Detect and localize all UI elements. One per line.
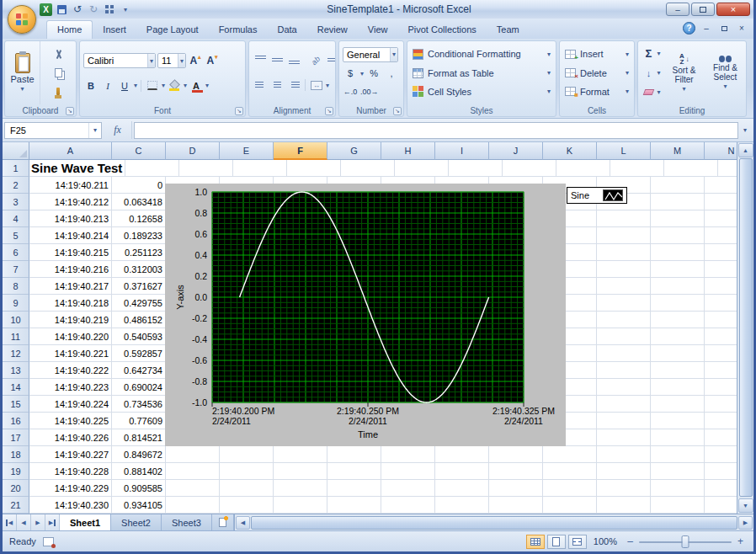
cell-N1[interactable]: [718, 160, 737, 177]
cell-L5[interactable]: [597, 227, 651, 244]
cell-M3[interactable]: [651, 194, 705, 210]
row-header-14[interactable]: 14: [3, 379, 29, 396]
cell-A12[interactable]: 14:19:40.221: [29, 345, 112, 362]
cell-A3[interactable]: 14:19:40.212: [29, 194, 112, 210]
close-button[interactable]: ×: [716, 3, 750, 16]
comma-style-button[interactable]: ,: [384, 67, 399, 81]
cell-A8[interactable]: 14:19:40.217: [29, 278, 112, 295]
cell-A18[interactable]: 14:19:40.227: [29, 446, 112, 463]
scroll-up-icon[interactable]: ▲: [738, 143, 753, 157]
column-header-C[interactable]: C: [112, 142, 166, 160]
cell-F20[interactable]: [274, 480, 327, 497]
cell-N15[interactable]: [705, 396, 737, 413]
cell-C8[interactable]: 0.371627: [112, 278, 166, 295]
accounting-dropdown-icon[interactable]: ▾: [360, 70, 364, 77]
cell-L13[interactable]: [597, 362, 651, 379]
cell-L7[interactable]: [597, 261, 651, 278]
insert-function-button[interactable]: fx: [104, 121, 132, 139]
cell-K20[interactable]: [543, 480, 597, 497]
zoom-out-button[interactable]: –: [624, 535, 636, 548]
cell-F18[interactable]: [274, 446, 327, 463]
row-header-12[interactable]: 12: [3, 345, 29, 362]
sort-filter-button[interactable]: AZ↓ Sort & Filter ▾: [663, 41, 705, 104]
cell-D18[interactable]: [166, 446, 220, 463]
cell-I1[interactable]: [449, 160, 503, 177]
cell-C1[interactable]: [125, 160, 179, 177]
align-right-button[interactable]: [286, 78, 301, 93]
cell-J20[interactable]: [489, 480, 543, 497]
cell-A19[interactable]: 14:19:40.228: [29, 463, 112, 480]
cell-N17[interactable]: [705, 429, 737, 446]
row-header-18[interactable]: 18: [3, 446, 29, 463]
wrap-text-button[interactable]: [325, 53, 336, 67]
font-size-select[interactable]: 11▾: [157, 53, 186, 68]
quick-print-button[interactable]: [103, 3, 116, 16]
shrink-font-button[interactable]: A▾: [205, 54, 220, 68]
fill-color-dropdown-icon[interactable]: ▾: [184, 82, 187, 89]
cell-C13[interactable]: 0.642734: [112, 362, 166, 379]
sine-wave-chart[interactable]: Y-axis 1.00.80.60.40.20.0-0.2-0.4-0.6-0.…: [165, 184, 566, 446]
cell-C4[interactable]: 0.12658: [112, 210, 166, 227]
borders-button[interactable]: [145, 78, 160, 93]
cell-G20[interactable]: [327, 480, 381, 497]
cell-A7[interactable]: 14:19:40.216: [29, 261, 112, 278]
row-header-19[interactable]: 19: [3, 463, 29, 480]
increase-decimal-button[interactable]: ←.0: [343, 84, 358, 99]
row-header-21[interactable]: 21: [3, 497, 29, 514]
formula-input[interactable]: [134, 122, 738, 139]
help-icon[interactable]: ?: [683, 22, 695, 35]
row-header-7[interactable]: 7: [3, 261, 29, 278]
cell-A20[interactable]: 14:19:40.229: [29, 480, 112, 497]
ribbon-tab-review[interactable]: Review: [307, 21, 358, 39]
format-as-table-button[interactable]: Format as Table ▾: [411, 66, 552, 81]
cell-H19[interactable]: [381, 463, 435, 480]
delete-cells-button[interactable]: × Delete ▾: [563, 66, 631, 81]
accounting-format-button[interactable]: $: [343, 67, 358, 81]
cell-F1[interactable]: [287, 160, 341, 177]
paste-dropdown-icon[interactable]: ▾: [20, 85, 24, 93]
cell-E19[interactable]: [220, 463, 274, 480]
cell-M18[interactable]: [651, 446, 705, 463]
italic-button[interactable]: I: [100, 78, 115, 93]
merge-dropdown-icon[interactable]: ▾: [326, 82, 329, 89]
cell-I20[interactable]: [435, 480, 489, 497]
cell-C20[interactable]: 0.909585: [112, 480, 166, 497]
name-box[interactable]: F25 ▾: [4, 122, 102, 139]
zoom-slider-thumb[interactable]: [682, 535, 689, 548]
align-middle-button[interactable]: [269, 53, 285, 67]
cell-H21[interactable]: [381, 497, 435, 514]
cell-N5[interactable]: [705, 227, 737, 244]
row-header-3[interactable]: 3: [3, 194, 29, 210]
cell-M15[interactable]: [651, 396, 705, 413]
cell-L1[interactable]: [610, 160, 664, 177]
first-sheet-button[interactable]: ◀: [3, 514, 17, 530]
cell-H20[interactable]: [381, 480, 435, 497]
cell-M13[interactable]: [651, 362, 705, 379]
next-sheet-button[interactable]: ▶: [31, 514, 45, 530]
cell-E1[interactable]: [233, 160, 287, 177]
cell-M6[interactable]: [651, 244, 705, 261]
workbook-minimize-button[interactable]: –: [700, 23, 713, 35]
cell-E18[interactable]: [220, 446, 274, 463]
cell-A21[interactable]: 14:19:40.230: [29, 497, 112, 514]
cell-D19[interactable]: [166, 463, 220, 480]
cell-D1[interactable]: [179, 160, 233, 177]
cell-N8[interactable]: [705, 278, 737, 295]
align-left-button[interactable]: [253, 78, 268, 93]
font-color-button[interactable]: A: [189, 78, 204, 93]
scroll-right-icon[interactable]: ▶: [738, 516, 753, 530]
cell-L15[interactable]: [597, 396, 651, 413]
row-header-5[interactable]: 5: [3, 227, 29, 244]
cell-C21[interactable]: 0.934105: [112, 497, 166, 514]
paste-button[interactable]: Paste ▾: [5, 41, 40, 104]
cell-F19[interactable]: [274, 463, 327, 480]
minimize-button[interactable]: –: [666, 3, 689, 16]
cell-N12[interactable]: [705, 345, 737, 362]
cell-M2[interactable]: [651, 177, 705, 194]
column-header-K[interactable]: K: [543, 142, 597, 160]
cell-G1[interactable]: [341, 160, 395, 177]
cell-L17[interactable]: [597, 429, 651, 446]
cell-M11[interactable]: [651, 328, 705, 345]
autosum-button[interactable]: Σ: [641, 46, 656, 61]
cell-L18[interactable]: [597, 446, 651, 463]
